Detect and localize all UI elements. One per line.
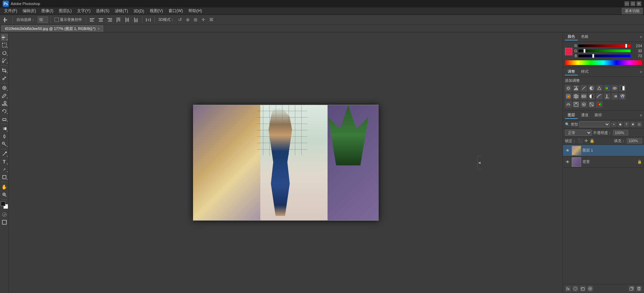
lock-pixel-btn[interactable]: ⬛ [578,138,583,143]
adj-hue-sat[interactable] [604,85,610,92]
transform-checkbox-mark[interactable] [54,18,59,22]
filter-sm-btn[interactable]: ◎ [637,122,642,127]
stamp-tool-btn[interactable]: ▾ [1,100,8,107]
type-tool-btn[interactable]: T ▾ [1,158,8,165]
adj-color-balance[interactable] [611,85,618,92]
menu-filter[interactable]: 滤镜(T) [112,7,130,14]
layer-item-1[interactable]: 👁 图层 1 [563,145,644,156]
opacity-value[interactable]: 100% [613,130,628,135]
basic-function-button[interactable]: 基本功能 [622,8,643,14]
tab-channels[interactable]: 通道 [578,112,591,119]
new-layer-btn[interactable] [629,286,635,292]
tab-layers[interactable]: 图层 [565,112,578,119]
pen-tool-btn[interactable]: ▾ [1,150,8,158]
adj-channel-mixer[interactable] [573,93,579,100]
blend-mode-dropdown[interactable]: 正常 溶解 正片叠底 [565,130,592,136]
distribute-h-btn[interactable] [145,17,152,23]
add-style-btn[interactable]: fx [565,286,571,292]
lasso-tool-btn[interactable]: ▾ [1,49,8,57]
delete-layer-btn[interactable] [636,286,642,292]
auto-select-dropdown[interactable]: 组 [38,17,48,23]
fill-value[interactable]: 100% [627,138,642,143]
adj-hdr[interactable] [580,101,587,108]
3d-rotate-btn[interactable]: ↺ [177,17,183,23]
adj-selective-color[interactable] [619,93,626,100]
align-bottom-btn[interactable] [132,17,140,23]
foreground-color-swatch[interactable] [1,201,5,206]
adj-replace-color[interactable] [596,101,603,108]
b-slider[interactable] [578,55,631,57]
layer-1-visibility-btn[interactable]: 👁 [565,148,570,153]
zoom-tool-btn[interactable] [1,191,8,198]
panel-collapse-button[interactable]: ◀ [477,156,481,169]
menu-view[interactable]: 视图(V) [147,7,166,14]
lock-all-btn[interactable]: 🔒 [590,138,595,143]
add-mask-btn[interactable] [572,286,578,292]
adj-vibrance[interactable] [596,85,603,92]
r-slider[interactable] [578,44,631,47]
filter-icon[interactable]: 🔍 [565,122,570,127]
color-swatch[interactable] [565,48,572,55]
maximize-button[interactable]: □ [631,1,635,6]
menu-layer[interactable]: 图层(L) [56,7,75,14]
menu-file[interactable]: 文件(F) [1,7,20,14]
path-select-btn[interactable]: ↗ ▾ [1,166,8,173]
tab-adjustments[interactable]: 调整 [565,68,578,75]
history-brush-btn[interactable]: ▾ [1,107,8,115]
tab-paths[interactable]: 路径 [592,112,605,119]
doc-tab-close[interactable]: × [98,27,100,31]
adj-color-lookup[interactable] [580,93,587,100]
shape-tool-btn[interactable]: ▾ [1,173,8,181]
menu-window[interactable]: 窗口(W) [166,7,186,14]
minimize-button[interactable]: — [624,1,629,6]
adjust-panel-options[interactable]: ≡ [640,70,642,74]
crop-tool-btn[interactable]: ▾ [1,67,8,74]
eraser-btn[interactable]: ▾ [1,115,8,123]
adj-invert[interactable] [588,93,595,100]
layers-filter-dropdown[interactable] [579,121,610,127]
dodge-tool-btn[interactable]: ▾ [1,140,8,148]
tab-color[interactable]: 颜色 [565,33,578,40]
tab-swatches[interactable]: 色板 [578,33,591,40]
quick-mask-btn[interactable] [1,211,8,218]
menu-select[interactable]: 选择(S) [93,7,112,14]
3d-pan-btn[interactable]: ⊕ [185,17,191,23]
filter-pixel-btn[interactable]: ▪ [611,122,616,127]
filter-shape-btn[interactable]: ■ [630,122,636,127]
gradient-btn[interactable]: ▾ [1,125,8,132]
adj-bw[interactable] [619,85,626,92]
adj-desat[interactable] [588,101,595,108]
menu-help[interactable]: 帮助(H) [186,7,205,14]
align-middle-btn[interactable] [123,17,131,23]
close-button[interactable]: ✕ [637,1,641,6]
adj-gradient-map[interactable] [611,93,618,100]
lock-position-btn[interactable]: ✛ [584,138,588,143]
adj-brightness[interactable] [565,85,572,92]
3d-roll-btn[interactable]: ⌘ [208,17,215,23]
screen-mode-btn[interactable] [1,219,8,226]
doc-tab-active[interactable]: t010febb2b0d5b3ee50.jpg @ 177% (图层 1, RG… [1,25,103,32]
color-spectrum[interactable] [565,60,642,65]
tab-styles[interactable]: 样式 [578,68,591,75]
g-slider[interactable] [578,50,631,52]
filter-adj-btn[interactable]: ◆ [617,122,623,127]
new-group-btn[interactable] [580,286,586,292]
color-panel-options[interactable]: ≡ [640,35,642,39]
3d-scale-btn[interactable]: ⊞ [192,17,199,23]
layers-panel-options[interactable]: ≡ [640,113,642,117]
3d-slide-btn[interactable]: ✛ [200,17,206,23]
move-tool-icon[interactable] [2,17,10,23]
layer-bg-visibility-btn[interactable]: 👁 [565,159,570,165]
adj-shadow2[interactable] [573,101,579,108]
new-adjust-layer-btn[interactable] [587,286,593,292]
move-tool-btn[interactable]: ▾ [1,34,8,41]
align-right-btn[interactable] [106,17,113,23]
adj-levels[interactable] [573,85,579,92]
filter-type-btn[interactable]: T [624,122,629,127]
layer-item-bg[interactable]: 👁 背景 🔒 [563,156,644,168]
menu-type[interactable]: 文字(Y) [74,7,93,14]
brush-tool-btn[interactable]: ▾ [1,92,8,99]
blur-tool-btn[interactable] [1,133,8,140]
fg-bg-colors[interactable] [1,201,8,209]
magic-wand-btn[interactable]: ▾ [1,57,8,64]
